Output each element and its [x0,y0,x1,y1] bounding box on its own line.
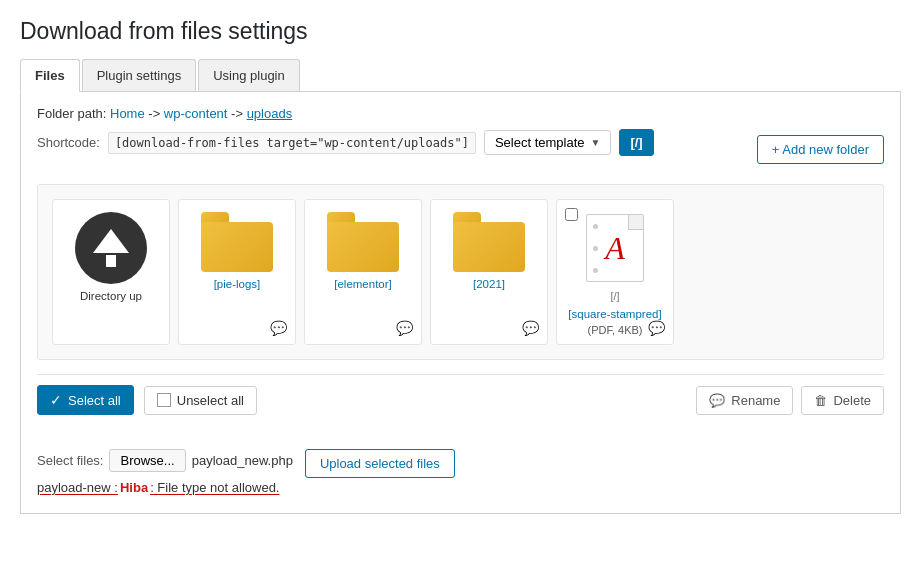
select-all-label: Select all [68,393,121,408]
page-title: Download from files settings [20,18,901,45]
upload-left: Select files: Browse... payload_new.php … [37,449,293,495]
path-sep2: -> [231,106,247,121]
error-suffix: : File type not allowed. [150,480,279,495]
up-bar-icon [106,255,116,267]
select-files-label: Select files: [37,453,103,468]
tab-using-plugin[interactable]: Using plugin [198,59,300,91]
file-item-dir-up[interactable]: Directory up [52,199,170,345]
select-all-checkbox-icon: ✓ [50,392,62,408]
chat-icon-2021[interactable]: 💬 [522,320,539,336]
selected-filename: payload_new.php [192,453,293,468]
content-area: Folder path: Home -> wp-content -> uploa… [20,92,901,514]
folder-body-pie-logs [201,222,273,272]
shortcode-code: [download-from-files target="wp-content/… [108,132,476,154]
folder-icon-pie-logs [201,212,273,272]
shortcode-row: Shortcode: [download-from-files target="… [37,129,654,156]
up-arrow-icon [93,229,129,253]
add-new-folder-button[interactable]: + Add new folder [757,135,884,164]
pdf-details: (PDF, 4KB) [587,324,642,336]
bottom-actions-bar: ✓ Select all Unselect all 💬 Rename 🗑 Del… [37,374,884,425]
error-name: Hiba [120,480,148,495]
trash-icon: 🗑 [814,393,827,408]
tab-files[interactable]: Files [20,59,80,92]
select-files-row: Select files: Browse... payload_new.php [37,449,293,472]
page-wrapper: Download from files settings Files Plugi… [0,0,921,587]
file-item-pdf[interactable]: A [/] [square-stampred] (PDF, 4KB) 💬 [556,199,674,345]
pdf-shortcode-label: [/] [610,290,619,302]
files-grid: Directory up [pie-logs] 💬 [elementor] 💬 [37,184,884,360]
path-wp-content[interactable]: wp-content [164,106,228,121]
folder-icon-2021 [453,212,525,272]
chat-icon-pie-logs[interactable]: 💬 [270,320,287,336]
acrobat-icon: A [605,230,625,267]
folder-icon-elementor [327,212,399,272]
file-item-pie-logs[interactable]: [pie-logs] 💬 [178,199,296,345]
error-prefix: payload-new : [37,480,118,495]
delete-label: Delete [833,393,871,408]
unselect-all-button[interactable]: Unselect all [144,386,257,415]
file-item-2021[interactable]: [2021] 💬 [430,199,548,345]
folder-name-elementor: [elementor] [334,278,392,290]
path-sep1: -> [148,106,164,121]
select-template-label: Select template [495,135,585,150]
rename-delete-group: 💬 Rename 🗑 Delete [696,386,884,415]
upload-selected-files-button[interactable]: Upload selected files [305,449,455,478]
pdf-paper: A [586,214,644,282]
unselect-all-label: Unselect all [177,393,244,408]
pdf-checkbox[interactable] [565,208,578,221]
chat-icon-pdf[interactable]: 💬 [648,320,665,336]
folder-path: Folder path: Home -> wp-content -> uploa… [37,106,884,121]
browse-button[interactable]: Browse... [109,449,185,472]
path-home[interactable]: Home [110,106,145,121]
upload-row: Select files: Browse... payload_new.php … [37,439,884,499]
folder-path-label: Folder path: [37,106,106,121]
directory-up-icon [75,212,147,284]
chevron-down-icon: ▼ [591,137,601,148]
select-all-button[interactable]: ✓ Select all [37,385,134,415]
path-uploads[interactable]: uploads [247,106,293,121]
copy-shortcode-button[interactable]: [/] [619,129,653,156]
chat-icon-elementor[interactable]: 💬 [396,320,413,336]
pdf-hole-3 [593,268,598,273]
file-item-elementor[interactable]: [elementor] 💬 [304,199,422,345]
folder-body-elementor [327,222,399,272]
pdf-holes [593,215,598,281]
rename-button[interactable]: 💬 Rename [696,386,793,415]
shortcode-label: Shortcode: [37,135,100,150]
folder-name-pie-logs: [pie-logs] [214,278,261,290]
dir-up-label: Directory up [80,290,142,302]
pdf-file-icon: A [583,212,647,284]
pdf-hole-1 [593,224,598,229]
folder-name-2021: [2021] [473,278,505,290]
pdf-name: [square-stampred] [568,308,661,320]
select-template-button[interactable]: Select template ▼ [484,130,612,155]
folder-body-2021 [453,222,525,272]
rename-label: Rename [731,393,780,408]
rename-icon: 💬 [709,393,725,408]
header-actions: Shortcode: [download-from-files target="… [37,129,884,170]
error-row: payload-new : Hiba : File type not allow… [37,480,293,495]
tabs-bar: Files Plugin settings Using plugin [20,59,901,92]
tab-plugin-settings[interactable]: Plugin settings [82,59,197,91]
delete-button[interactable]: 🗑 Delete [801,386,884,415]
unselect-all-checkbox-icon [157,393,171,407]
pdf-hole-2 [593,246,598,251]
